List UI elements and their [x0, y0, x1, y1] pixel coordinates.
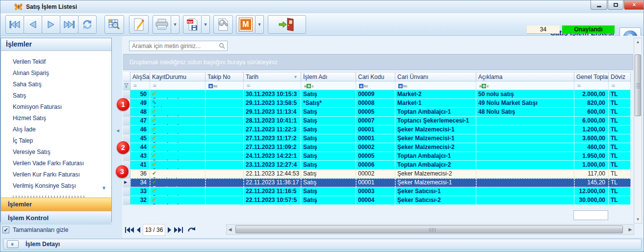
- sidebar-item[interactable]: Hizmet Satış: [1, 113, 111, 124]
- h-scroll-right-arrow[interactable]: ▶: [627, 227, 634, 232]
- filter-gutter[interactable]: [123, 81, 130, 90]
- table-row[interactable]: 46✔Onaylandı27.11.2023 11:22:3Satış00001…: [123, 126, 631, 134]
- table-row[interactable]: 47✔Onaylandı28.11.2023 10:41:1Satış00007…: [123, 117, 631, 126]
- status-check-yellow-icon: ✔: [152, 161, 202, 168]
- filter-cell[interactable]: =: [574, 81, 609, 90]
- table-row[interactable]: 50✔Onaylandı30.11.2023 10:15:3Satış00009…: [123, 90, 631, 99]
- edit-button[interactable]: [129, 15, 149, 34]
- m-menu-button[interactable]: M: [236, 15, 256, 34]
- maximize-button[interactable]: [608, 0, 623, 10]
- sidebar-item[interactable]: Saha Satış: [1, 79, 111, 90]
- pager-refresh-button[interactable]: [188, 227, 196, 233]
- filter-cell[interactable]: =: [609, 81, 631, 90]
- print-button[interactable]: [153, 15, 171, 34]
- sidebar-item[interactable]: Verilen Teklif: [1, 56, 111, 68]
- sidebar-item[interactable]: Alış İade: [1, 124, 111, 135]
- sidebar-item[interactable]: Verilen Vade Farkı Faturası: [1, 158, 111, 169]
- svg-text:PDF: PDF: [187, 21, 193, 24]
- filter-cell[interactable]: abc: [206, 81, 244, 90]
- table-row[interactable]: 36✔Onaylandı22.11.2023 12:44:53Satış0000…: [123, 170, 631, 178]
- page-setup-button[interactable]: [213, 15, 233, 34]
- cell-carikodu: 00001: [356, 178, 395, 187]
- cell-tarih: 24.11.2023 14:22:1: [244, 152, 301, 161]
- pager-first-button[interactable]: [125, 227, 134, 233]
- cell-tarih: 29.11.2023 11:13:4: [244, 108, 301, 117]
- table-row[interactable]: 32✔Onaylandı22.11.2023 10:57:5Satış00004…: [123, 196, 631, 205]
- v-scroll-up-arrow[interactable]: ▲: [634, 40, 642, 44]
- minimize-button[interactable]: [591, 0, 607, 10]
- table-row[interactable]: ▶34✔Onaylandı22.11.2023 11:36:17Satış000…: [123, 178, 631, 187]
- h-scroll-left-arrow[interactable]: ◀: [227, 227, 233, 232]
- column-header[interactable]: İşlem Adı: [301, 72, 356, 81]
- pdf-dropdown[interactable]: ▼: [202, 15, 210, 34]
- search-input[interactable]: [129, 43, 219, 50]
- h-scroll-thumb[interactable]: [235, 226, 623, 233]
- sidebar-section-islem-kontrol[interactable]: İşlem Kontrol: [1, 211, 111, 225]
- search-icon[interactable]: [219, 43, 225, 49]
- table-row[interactable]: 44✔Onaylandı27.11.2023 11:09:2Satış00002…: [123, 143, 631, 152]
- exit-button[interactable]: [268, 15, 306, 34]
- sidebar-item[interactable]: Verilmiş Konsinye Satışı: [1, 180, 111, 192]
- sidebar-item[interactable]: Komisyon Faturası: [1, 101, 111, 113]
- table-row[interactable]: 41✔Onaylandı23.11.2023 12:27:4Satış00006…: [123, 161, 631, 170]
- pager-next-button[interactable]: [167, 227, 172, 233]
- table-row[interactable]: 43✔Onaylandı24.11.2023 14:22:1Satış00005…: [123, 152, 631, 161]
- scroll-down-icon[interactable]: ▼: [102, 185, 106, 191]
- detail-expand-button[interactable]: »: [7, 240, 19, 248]
- sidebar-item[interactable]: Satış: [1, 90, 111, 101]
- grid-preview-button[interactable]: [104, 15, 124, 34]
- splitter-collapse-icon[interactable]: ◀: [116, 128, 119, 133]
- table-row[interactable]: 33✔Onaylandı22.11.2023 11:16:5Satış00003…: [123, 187, 631, 196]
- filter-cell[interactable]: =: [244, 81, 301, 90]
- filter-cell[interactable]: aBc: [476, 81, 574, 90]
- column-header[interactable]: KayıtDurumu: [150, 72, 206, 81]
- refresh-button[interactable]: [78, 15, 97, 34]
- column-header[interactable]: Cari Kodu: [356, 72, 395, 81]
- table-row[interactable]: 45✔Onaylandı27.11.2023 11:17:2Satış00001…: [123, 134, 631, 143]
- v-scroll-down-arrow[interactable]: ▼: [634, 217, 642, 222]
- filter-cell[interactable]: abc: [356, 81, 395, 90]
- filter-cell[interactable]: =: [150, 81, 206, 90]
- cell-carikodu: 00005: [356, 108, 395, 117]
- sidebar-section-islemler[interactable]: İşlemler: [1, 198, 111, 211]
- sidebar-item[interactable]: Veresiye Satış: [1, 147, 111, 158]
- table-row[interactable]: 49✎Giriş29.11.2023 13:58:5*Satış*00008Ma…: [123, 99, 631, 108]
- sidebar-item[interactable]: Verilen Kur Farkı Faturası: [1, 169, 111, 180]
- cell-geneltoplam: 1.000,00: [574, 161, 609, 170]
- m-menu-dropdown[interactable]: ▼: [256, 15, 264, 34]
- hide-completed-checkbox[interactable]: ✔: [2, 227, 9, 233]
- pdf-export-button[interactable]: PDF: [183, 15, 202, 34]
- pager-previous-button[interactable]: [136, 227, 141, 233]
- filter-abc-icon: a: [398, 84, 403, 88]
- column-header[interactable]: Tarih▼: [244, 72, 301, 81]
- close-button[interactable]: ×: [624, 0, 644, 10]
- column-header[interactable]: Takip No: [206, 72, 244, 81]
- pager-last-button[interactable]: [174, 227, 183, 233]
- sidebar-item[interactable]: İç Talep: [1, 135, 111, 147]
- nav-previous-button[interactable]: [24, 15, 42, 34]
- cell-doviz: TL: [609, 187, 631, 196]
- table-row[interactable]: 48✔Onaylandı29.11.2023 11:13:4Satış00005…: [123, 108, 631, 117]
- filter-cell[interactable]: =: [130, 81, 150, 90]
- column-header[interactable]: Genel Toplam: [574, 72, 609, 81]
- cell-takipno: [206, 178, 244, 187]
- nav-first-button[interactable]: [5, 15, 24, 34]
- annotation-circle-2: 2: [117, 141, 129, 154]
- nav-last-button[interactable]: [60, 15, 78, 34]
- butterfly-app-icon: [14, 3, 23, 11]
- status-check-green-icon: ✔: [152, 170, 202, 176]
- column-header[interactable]: Cari Ünvanı: [395, 72, 476, 81]
- print-dropdown[interactable]: ▼: [171, 15, 180, 34]
- nav-next-button[interactable]: [42, 15, 60, 34]
- filter-cell[interactable]: abc: [395, 81, 476, 90]
- column-header[interactable]: Açıklama: [476, 72, 574, 81]
- cell-tarih: 22.11.2023 11:16:5: [244, 187, 301, 196]
- filter-cell[interactable]: aBc: [301, 81, 356, 90]
- group-by-panel[interactable]: Gruplamak istediğiniz sütun başlığını bu…: [123, 54, 633, 70]
- cell-islemadi: Satış: [301, 152, 356, 161]
- v-scroll-thumb[interactable]: [635, 54, 641, 116]
- column-header[interactable]: AlışSatış: [130, 72, 150, 81]
- sidebar-item[interactable]: Alınan Sipariş: [1, 68, 111, 79]
- row-indicator: [123, 196, 130, 205]
- column-header[interactable]: Döviz: [609, 72, 631, 81]
